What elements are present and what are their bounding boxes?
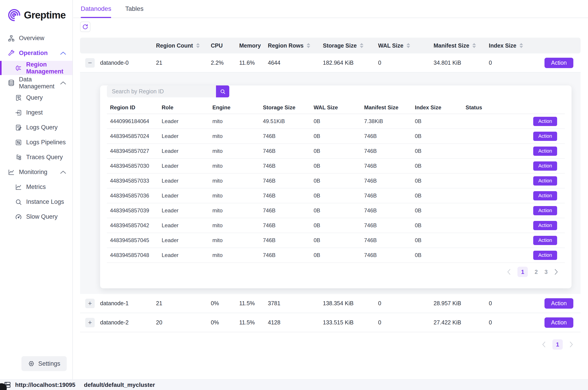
refresh-icon	[82, 23, 89, 30]
role-value: Leader	[158, 118, 209, 124]
manifest-size-value: 27.422 KiB	[434, 319, 489, 326]
folder-in-icon	[15, 109, 22, 116]
sidebar-item-ingest[interactable]: Ingest	[0, 105, 72, 120]
gauge-icon	[15, 213, 22, 220]
sort-icon[interactable]	[472, 43, 476, 48]
page-2[interactable]: 2	[535, 269, 538, 275]
role-value: Leader	[158, 193, 209, 199]
table-row-datanode-0: − datanode-0 21 2.2% 11.6% 4644 182.964 …	[80, 53, 581, 73]
server-url[interactable]: http://localhost:19095	[15, 382, 75, 389]
cluster-name[interactable]: default/default_mycluster	[84, 382, 155, 389]
page-1[interactable]: 1	[517, 267, 528, 277]
action-button[interactable]: Action	[533, 132, 557, 141]
column-header-region-rows[interactable]: Region Rows	[268, 42, 323, 49]
sidebar-item-query[interactable]: Query	[0, 91, 72, 105]
sidebar-item-slow-query[interactable]: Slow Query	[0, 210, 72, 224]
wal-size-value: 0B	[310, 148, 361, 154]
sidebar-item-label: Metrics	[26, 184, 46, 191]
collapse-button[interactable]: −	[85, 58, 95, 68]
next-page-icon[interactable]	[570, 341, 573, 347]
sidebar-item-instance-logs[interactable]: Instance Logs	[0, 195, 72, 209]
sidebar-item-monitoring[interactable]: Monitoring	[0, 165, 72, 179]
settings-label: Settings	[38, 360, 60, 367]
next-page-icon[interactable]	[554, 269, 558, 275]
brand-logo[interactable]: Greptime	[0, 0, 72, 25]
region-table-header: Region ID Role Engine Storage Size WAL S…	[107, 101, 565, 114]
sidebar-item-metrics[interactable]: Metrics	[0, 180, 72, 194]
region-id-value: 4483945857042	[107, 222, 158, 229]
action-button[interactable]: Action	[544, 58, 573, 68]
region-table: Region ID Role Engine Storage Size WAL S…	[107, 101, 565, 263]
wrench-icon	[8, 49, 15, 57]
manifest-size-value: 7.38KiB	[361, 118, 412, 124]
action-button[interactable]: Action	[533, 117, 557, 126]
sidebar-item-region-management[interactable]: Region Management	[0, 61, 72, 75]
tab-datanodes[interactable]: Datanodes	[81, 0, 111, 18]
region-table-row: 4483945857045 Leader mito 746B 0B 746B 0…	[107, 233, 565, 248]
action-button[interactable]: Action	[533, 191, 557, 200]
role-value: Leader	[158, 148, 209, 154]
action-button[interactable]: Action	[533, 221, 557, 230]
engine-value: mito	[209, 133, 260, 139]
manifest-size-value: 746B	[361, 222, 412, 229]
action-button[interactable]: Action	[533, 176, 557, 186]
sidebar-item-label: Monitoring	[19, 169, 47, 176]
column-header-index-size[interactable]: Index Size	[489, 42, 538, 49]
storage-size-value: 746B	[260, 163, 310, 169]
expand-button[interactable]: +	[85, 318, 95, 327]
action-button[interactable]: Action	[544, 317, 573, 328]
greptime-spiral-icon	[8, 8, 21, 22]
sort-icon[interactable]	[406, 43, 410, 48]
sort-icon[interactable]	[196, 43, 200, 48]
prev-page-icon[interactable]	[542, 341, 546, 347]
region-id-value: 4483945857048	[107, 252, 158, 258]
sidebar-item-data-management[interactable]: Data Management	[0, 76, 72, 90]
wal-size-value: 0B	[310, 118, 361, 124]
region-search	[107, 86, 229, 98]
column-header-cpu: CPU	[211, 42, 239, 49]
search-input[interactable]	[107, 86, 216, 98]
manifest-size-value: 34.801 KiB	[434, 59, 489, 66]
sidebar-item-logs-pipelines[interactable]: Logs Pipelines	[0, 135, 72, 149]
column-header-manifest-size[interactable]: Manifest Size	[434, 42, 489, 49]
sidebar-item-overview[interactable]: Overview	[0, 31, 72, 45]
chevron-up-icon[interactable]	[60, 51, 66, 55]
settings-button[interactable]: Settings	[21, 356, 67, 371]
sidebar-item-traces-query[interactable]: Traces Query	[0, 150, 72, 164]
page-3[interactable]: 3	[544, 269, 548, 275]
region-id-value: 4483945857033	[107, 178, 158, 184]
action-button[interactable]: Action	[533, 206, 557, 215]
region-count-value: 21	[156, 59, 211, 66]
sort-icon[interactable]	[307, 43, 310, 48]
action-button[interactable]: Action	[544, 298, 573, 309]
engine-value: mito	[209, 193, 260, 199]
chevron-up-icon[interactable]	[60, 170, 66, 174]
role-value: Leader	[158, 207, 209, 214]
action-button[interactable]: Action	[533, 161, 557, 171]
tab-tables[interactable]: Tables	[125, 0, 143, 18]
sliders-icon	[15, 139, 22, 146]
region-id-value: 4483945857039	[107, 207, 158, 214]
chevron-up-icon[interactable]	[60, 81, 66, 85]
sidebar-item-operation[interactable]: Operation	[0, 46, 72, 60]
expand-button[interactable]: +	[85, 299, 95, 308]
action-button[interactable]: Action	[533, 146, 557, 156]
datanode-name: datanode-1	[100, 300, 156, 307]
column-header-wal-size[interactable]: WAL Size	[378, 42, 434, 49]
sort-icon[interactable]	[519, 43, 523, 48]
column-header-region-count[interactable]: Region Count	[156, 42, 211, 49]
region-table-row: 4483945857030 Leader mito 746B 0B 746B 0…	[107, 159, 565, 174]
action-button[interactable]: Action	[533, 251, 557, 260]
action-button[interactable]: Action	[533, 236, 557, 245]
prev-page-icon[interactable]	[507, 269, 511, 275]
storage-size-value: 746B	[260, 207, 310, 214]
sidebar-item-logs-query[interactable]: Logs Query	[0, 120, 72, 135]
refresh-button[interactable]	[80, 22, 90, 32]
sort-icon[interactable]	[360, 43, 363, 48]
column-header-storage-size[interactable]: Storage Size	[323, 42, 378, 49]
index-size-value: 0	[489, 300, 538, 307]
manifest-size-value: 746B	[361, 193, 412, 199]
page-1[interactable]: 1	[552, 339, 563, 350]
search-button[interactable]	[216, 86, 229, 98]
main-area: Datanodes Tables Region Count	[73, 0, 588, 379]
